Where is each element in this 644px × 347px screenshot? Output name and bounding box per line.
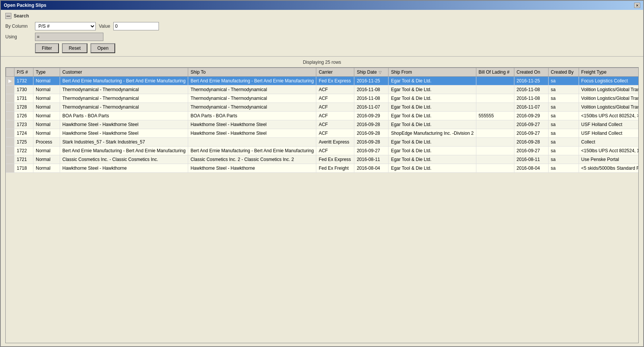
using-select[interactable]: = != < > <= >= contains starts with xyxy=(35,33,103,41)
main-window: Open Packing Slips ✕ — Search By Column … xyxy=(0,0,644,347)
cell-type: Normal xyxy=(33,155,60,164)
cell-type: Normal xyxy=(33,103,60,112)
table-row[interactable]: 1730NormalThermodynamical - Thermodynami… xyxy=(6,85,639,94)
cell-created-on: 2016-11-25 xyxy=(514,77,548,85)
cell-ship-date: 2016-09-28 xyxy=(354,138,389,147)
cell-ship-date: 2016-11-08 xyxy=(354,85,389,94)
cell-created-by: sa xyxy=(548,112,579,120)
col-ship-date[interactable]: Ship Date ▽ xyxy=(354,68,389,77)
cell-created-on: 2016-11-08 xyxy=(514,94,548,103)
row-arrow-cell xyxy=(6,85,14,94)
col-type[interactable]: Type xyxy=(33,68,60,77)
table-display-info: Displaying 25 rows xyxy=(5,60,639,65)
cell-freight-type: Focus Logistics Collect xyxy=(579,77,639,85)
cell-carrier: ACF xyxy=(316,103,354,112)
cell-customer: Stark Industries_57 - Stark Industries_5… xyxy=(60,138,188,147)
cell-customer: Hawkthorne Steel - Hawkthorne Steel xyxy=(60,120,188,129)
table-row[interactable]: 1721NormalClassic Cosmetics Inc. - Class… xyxy=(6,155,639,164)
table-row[interactable]: 1728NormalThermodynamical - Thermodynami… xyxy=(6,103,639,112)
cell-ship-to: Hawkthorne Steel - Hawkthorne Steel xyxy=(188,120,316,129)
cell-carrier: ACF xyxy=(316,147,354,155)
cell-ship-date: 2016-11-08 xyxy=(354,94,389,103)
table-row[interactable]: 1726NormalBOA Parts - BOA PartsBOA Parts… xyxy=(6,112,639,120)
cell-created-on: 2016-09-28 xyxy=(514,138,548,147)
cell-created-on: 2016-08-11 xyxy=(514,155,548,164)
cell-customer: Hawkthorne Steel - Hawkthorne Steel xyxy=(60,129,188,138)
reset-button[interactable]: Reset xyxy=(62,43,87,53)
cell-ship-from: Egar Tool & Die Ltd. xyxy=(389,112,476,120)
col-carrier[interactable]: Carrier xyxy=(316,68,354,77)
col-ship-to[interactable]: Ship To xyxy=(188,68,316,77)
search-buttons: Filter Reset Open xyxy=(35,43,639,53)
cell-bol xyxy=(476,94,514,103)
col-freight-type[interactable]: Freight Type xyxy=(579,68,639,77)
search-label: Search xyxy=(14,13,29,19)
cell-ps: 1721 xyxy=(14,155,33,164)
cell-ship-to: Bert And Ernie Manufacturing - Bert And … xyxy=(188,147,316,155)
table-row[interactable]: 1731NormalThermodynamical - Thermodynami… xyxy=(6,94,639,103)
col-created-by[interactable]: Created By xyxy=(548,68,579,77)
col-bol[interactable]: Bill Of Lading # xyxy=(476,68,514,77)
cell-bol: 555555 xyxy=(476,112,514,120)
close-button[interactable]: ✕ xyxy=(634,3,640,8)
by-column-row: By Column P/S # Type Customer Ship To Ca… xyxy=(5,22,639,30)
title-bar: Open Packing Slips ✕ xyxy=(1,1,643,10)
cell-ship-to: Thermodynamical - Thermodynamical xyxy=(188,85,316,94)
cell-customer: Bert And Ernie Manufacturing - Bert And … xyxy=(60,77,188,85)
cell-ps: 1730 xyxy=(14,85,33,94)
table-row[interactable]: 1718NormalHawkthorne Steel - HawkthorneH… xyxy=(6,164,639,173)
row-arrow-cell xyxy=(6,129,14,138)
col-customer[interactable]: Customer xyxy=(60,68,188,77)
col-ps[interactable]: P/S # xyxy=(14,68,33,77)
cell-type: Normal xyxy=(33,147,60,155)
cell-ship-from: Egar Tool & Die Ltd. xyxy=(389,147,476,155)
cell-customer: Bert And Ernie Manufacturing - Bert And … xyxy=(60,147,188,155)
open-button[interactable]: Open xyxy=(90,43,115,53)
window-title: Open Packing Slips xyxy=(4,3,46,8)
cell-created-by: sa xyxy=(548,155,579,164)
cell-customer: Classic Cosmetics Inc. - Classic Cosmeti… xyxy=(60,155,188,164)
cell-ps: 1726 xyxy=(14,112,33,120)
cell-ps: 1723 xyxy=(14,120,33,129)
col-created-on[interactable]: Created On xyxy=(514,68,548,77)
table-wrapper[interactable]: P/S # Type Customer Ship To Carrier Ship… xyxy=(5,67,639,343)
cell-freight-type: <5 skids/5000lbs Standard Fwding... xyxy=(579,164,639,173)
cell-created-by: sa xyxy=(548,77,579,85)
cell-freight-type: Volition Logistics/Global Trans Collect xyxy=(579,103,639,112)
cell-ship-date: 2016-08-04 xyxy=(354,164,389,173)
by-column-select[interactable]: P/S # Type Customer Ship To Carrier Ship… xyxy=(35,22,96,30)
col-ship-from[interactable]: Ship From xyxy=(389,68,476,77)
table-row[interactable]: 1724NormalHawkthorne Steel - Hawkthorne … xyxy=(6,129,639,138)
table-row[interactable]: 1723NormalHawkthorne Steel - Hawkthorne … xyxy=(6,120,639,129)
cell-customer: Thermodynamical - Thermodynamical xyxy=(60,103,188,112)
cell-ps: 1732 xyxy=(14,77,33,85)
cell-carrier: Fed Ex Freight xyxy=(316,164,354,173)
cell-freight-type: USF Holland Collect xyxy=(579,120,639,129)
cell-ship-date: 2016-09-28 xyxy=(354,120,389,129)
cell-ship-to: Thermodynamical - Thermodynamical xyxy=(188,94,316,103)
packing-slips-table: P/S # Type Customer Ship To Carrier Ship… xyxy=(6,68,639,173)
cell-ship-from: Egar Tool & Die Ltd. xyxy=(389,85,476,94)
filter-button[interactable]: Filter xyxy=(35,43,59,53)
row-arrow-cell xyxy=(6,120,14,129)
table-row[interactable]: ▶1732NormalBert And Ernie Manufacturing … xyxy=(6,77,639,85)
cell-ship-from: Egar Tool & Die Ltd. xyxy=(389,77,476,85)
cell-freight-type: Volition Logistics/Global Trans Collect xyxy=(579,94,639,103)
cell-carrier: Averitt Express xyxy=(316,138,354,147)
cell-ship-date: 2016-11-25 xyxy=(354,77,389,85)
cell-type: Normal xyxy=(33,112,60,120)
cell-bol xyxy=(476,85,514,94)
search-header: — Search xyxy=(5,13,639,19)
cell-bol xyxy=(476,147,514,155)
table-row[interactable]: 1725ProcessStark Industries_57 - Stark I… xyxy=(6,138,639,147)
cell-type: Normal xyxy=(33,85,60,94)
cell-type: Normal xyxy=(33,120,60,129)
window-content: — Search By Column P/S # Type Customer S… xyxy=(1,10,643,346)
using-row: Using = != < > <= >= contains starts wit… xyxy=(5,33,639,41)
cell-created-by: sa xyxy=(548,164,579,173)
row-arrow-cell xyxy=(6,164,14,173)
collapse-search-button[interactable]: — xyxy=(5,13,11,19)
cell-ps: 1725 xyxy=(14,138,33,147)
table-row[interactable]: 1722NormalBert And Ernie Manufacturing -… xyxy=(6,147,639,155)
value-input[interactable] xyxy=(113,22,159,30)
